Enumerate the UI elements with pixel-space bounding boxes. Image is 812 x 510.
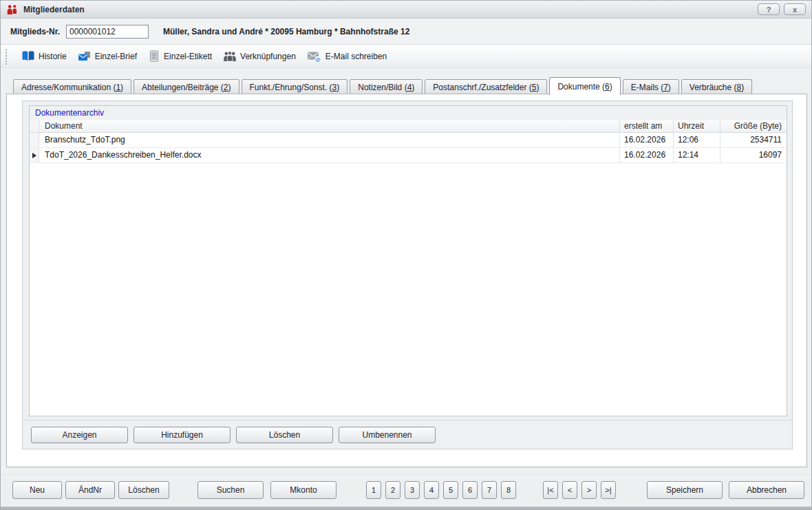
tab-label: ) [536,83,539,92]
tab-hotkey: 5 [532,83,537,92]
table-row[interactable]: Branschutz_TdoT.png 16.02.2026 12:06 253… [30,133,787,148]
toolbar-item-label: Historie [39,52,67,61]
tab-abteilungen-beitraege[interactable]: Abteilungen/Beiträge (2) [133,79,239,94]
tab-label: ) [741,83,744,92]
tab-postanschrf-zusatzfelder[interactable]: Postanschrf./Zusatzfelder (5) [425,79,547,94]
toolbar-item-label: E-Mail schreiben [325,52,387,61]
title-bar[interactable]: Mitgliederdaten ? x [1,1,811,19]
page-2-button[interactable]: 2 [385,481,400,499]
tab-adresse-kommunikation[interactable]: Adresse/Kommunikation (1) [13,79,131,94]
tab-emails[interactable]: E-Mails (7) [623,79,679,94]
abbrechen-button[interactable]: Abbrechen [729,481,804,499]
tab-hotkey: 8 [737,83,742,92]
loeschen-dokument-button[interactable]: Löschen [236,427,333,443]
table-caption: Dokumentenarchiv [30,106,787,120]
tab-label: E-Mails ( [631,83,663,92]
mkonto-button[interactable]: Mkonto [270,481,336,499]
cell-size: 2534711 [720,133,787,147]
current-row-marker-icon [32,153,36,158]
dokumente-tab-page: Dokumentenarchiv Dokument erstellt am Uh… [6,94,807,467]
tab-label: Funkt./Ehrung/Sonst. ( [250,83,332,92]
table-header-row: Dokument erstellt am Uhrzeit Größe (Byte… [30,120,787,133]
einzel-etikett-button[interactable]: Einzel-Etikett [148,50,212,62]
tab-label: ) [336,83,339,92]
column-header-dokument[interactable]: Dokument [39,120,619,132]
mitgliederdaten-window: Mitgliederdaten ? x Mitglieds-Nr. Müller… [0,0,812,510]
cell-time: 12:14 [673,148,720,162]
tab-hotkey: 3 [332,83,337,92]
previous-record-button[interactable]: < [562,481,577,499]
aendnr-button[interactable]: ÄndNr [65,481,115,499]
tab-funkt-ehrung-sonst[interactable]: Funkt./Ehrung/Sonst. (3) [242,79,348,94]
tab-label: Dokumente ( [557,82,605,92]
umbenennen-button[interactable]: Umbenennen [339,427,436,443]
single-label-icon [148,50,160,62]
last-record-button[interactable]: >| [601,481,616,499]
column-header-erstellt-am[interactable]: erstellt am [619,120,673,132]
cell-document: Branschutz_TdoT.png [39,133,619,147]
table-row[interactable]: TdoT_2026_Dankesschreiben_Helfer.docx 16… [30,148,787,163]
row-selector-header [30,120,39,132]
neu-button[interactable]: Neu [12,481,62,499]
member-no-label: Mitglieds-Nr. [10,27,60,36]
member-header: Mitglieds-Nr. Müller, Sandra und André *… [1,19,811,45]
search-actions: Suchen Mkonto [197,481,336,499]
tab-page-shortcuts: 1 2 3 4 5 6 7 8 [366,481,516,499]
history-book-icon [21,50,35,62]
confirm-actions: Speichern Abbrechen [647,481,804,499]
cell-document: TdoT_2026_Dankesschreiben_Helfer.docx [39,148,619,162]
tab-label: Notizen/Bild ( [358,83,407,92]
tab-label: ) [668,83,671,92]
next-record-button[interactable]: > [581,481,597,499]
row-selector[interactable] [30,133,39,147]
row-selector[interactable] [30,148,39,162]
page-1-button[interactable]: 1 [366,481,381,499]
page-4-button[interactable]: 4 [424,481,439,499]
tab-label: Abteilungen/Beiträge ( [142,83,224,92]
help-button[interactable]: ? [758,3,780,15]
tab-label: ) [228,83,231,92]
page-3-button[interactable]: 3 [405,481,420,499]
record-navigation: |< < > >| [543,481,616,499]
page-7-button[interactable]: 7 [482,481,497,499]
toolbar-grip-handle[interactable] [5,48,8,65]
anzeigen-button[interactable]: Anzeigen [31,427,128,443]
member-no-input[interactable] [66,25,149,39]
tab-bar: Adresse/Kommunikation (1) Abteilungen/Be… [6,78,806,94]
loeschen-mitglied-button[interactable]: Löschen [118,481,169,499]
tab-label: ) [610,82,612,92]
tab-label: Postanschrf./Zusatzfelder ( [433,83,531,92]
tab-verbraeuche[interactable]: Verbräuche (8) [681,79,752,94]
cell-created: 16.02.2026 [619,148,673,162]
bottom-bar: Neu ÄndNr Löschen Suchen Mkonto 1 2 3 4 … [1,474,811,509]
page-8-button[interactable]: 8 [501,481,516,499]
suchen-button[interactable]: Suchen [197,481,264,499]
tab-notizen-bild[interactable]: Notizen/Bild (4) [350,79,423,94]
page-5-button[interactable]: 5 [443,481,458,499]
tab-label: ) [412,83,414,92]
first-record-button[interactable]: |< [543,481,558,499]
column-header-uhrzeit[interactable]: Uhrzeit [673,120,720,132]
einzel-brief-button[interactable]: Einzel-Brief [78,50,137,62]
tab-label: Adresse/Kommunikation ( [21,83,116,92]
toolbar-item-label: Einzel-Brief [95,52,137,61]
tab-hotkey: 6 [605,82,610,92]
close-button[interactable]: x [784,3,806,15]
documents-table: Dokumentenarchiv Dokument erstellt am Uh… [29,105,787,416]
column-header-groesse[interactable]: Größe (Byte) [720,120,787,132]
tab-label: Verbräuche ( [690,83,737,92]
window-title: Mitgliederdaten [23,5,85,14]
historie-button[interactable]: Historie [21,50,67,62]
hinzufuegen-button[interactable]: Hinzufügen [133,427,231,443]
cell-created: 16.02.2026 [619,133,673,147]
verknuepfungen-button[interactable]: Verknüpfungen [223,50,296,62]
email-schreiben-button[interactable]: @ E-Mail schreiben [307,50,387,63]
tab-hotkey: 4 [407,83,412,92]
toolbar: Historie Einzel-Brief [1,45,811,68]
tab-hotkey: 1 [116,83,120,92]
dokumentenarchiv-group: Dokumentenarchiv Dokument erstellt am Uh… [22,100,793,449]
members-app-icon [6,4,19,15]
page-6-button[interactable]: 6 [462,481,478,499]
tab-dokumente[interactable]: Dokumente (6) [549,77,620,95]
speichern-button[interactable]: Speichern [647,481,723,499]
